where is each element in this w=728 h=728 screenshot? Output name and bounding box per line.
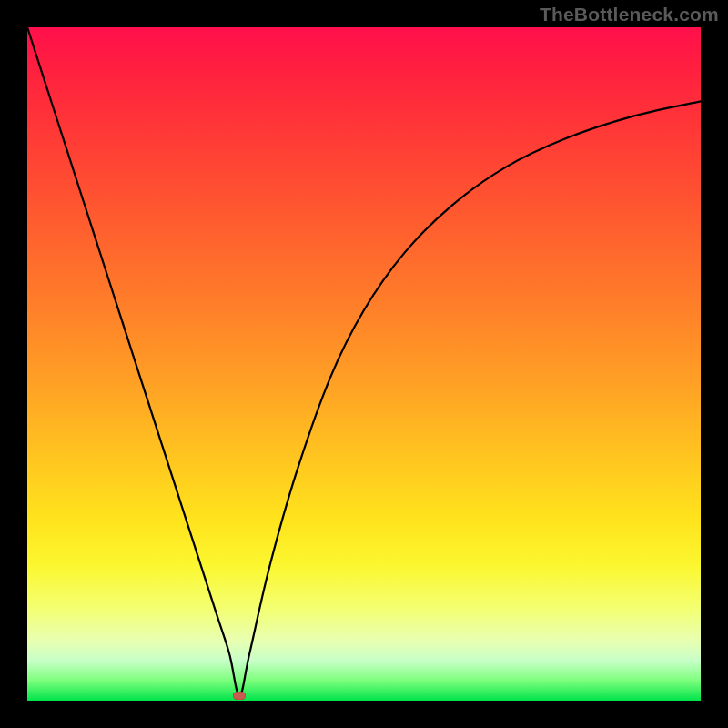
watermark-text: TheBottleneck.com [540,4,719,25]
curve-path [27,27,701,695]
chart-frame: TheBottleneck.com [0,0,728,728]
plot-area [27,27,701,701]
bottleneck-curve [27,27,701,701]
minimum-marker [233,692,246,700]
